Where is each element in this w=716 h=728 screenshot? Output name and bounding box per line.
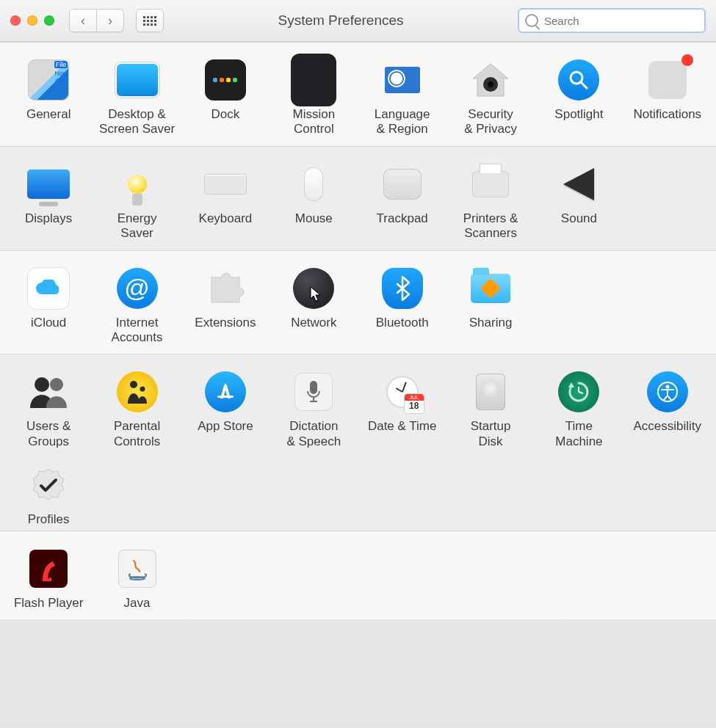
pref-label: iCloud <box>31 316 66 330</box>
flag-icon <box>380 57 425 103</box>
svg-point-7 <box>140 387 145 392</box>
trackpad-icon <box>380 161 425 207</box>
pref-label: Profiles <box>28 512 70 527</box>
pref-users-groups[interactable]: Users & Groups <box>4 369 93 449</box>
prefs-row-thirdparty: Flash Player Java <box>0 531 716 619</box>
pref-label: Energy Saver <box>117 211 157 241</box>
pref-label: Spotlight <box>554 107 603 122</box>
pref-label: Displays <box>25 211 72 226</box>
pref-mouse[interactable]: Mouse <box>270 161 358 241</box>
notification-badge <box>681 54 693 66</box>
pref-keyboard[interactable]: Keyboard <box>181 161 270 241</box>
house-lock-icon <box>468 57 513 103</box>
pref-label: Accessibility <box>634 419 702 434</box>
pref-bluetooth[interactable]: Bluetooth <box>358 266 446 346</box>
window-controls <box>10 15 54 26</box>
pref-label: Parental Controls <box>114 419 160 449</box>
pref-label: Flash Player <box>14 596 83 611</box>
pref-accessibility[interactable]: Accessibility <box>623 369 712 449</box>
chevron-left-icon: ‹ <box>81 14 85 27</box>
prefs-row-hardware: Displays Energy Saver Keyboard Mouse Tra… <box>0 146 716 250</box>
pref-dictation-speech[interactable]: Dictation & Speech <box>270 369 358 449</box>
pref-date-time[interactable]: JUL 18 Date & Time <box>358 369 446 449</box>
pref-label: Mouse <box>295 211 333 226</box>
pref-printers-scanners[interactable]: Printers & Scanners <box>446 161 535 241</box>
pref-notifications[interactable]: Notifications <box>623 57 712 137</box>
pref-language-region[interactable]: Language & Region <box>358 57 446 137</box>
pref-label: Sharing <box>469 316 513 330</box>
display-icon <box>26 161 71 207</box>
zoom-window-button[interactable] <box>44 15 54 26</box>
cursor-icon <box>310 286 322 302</box>
svg-point-16 <box>665 385 669 389</box>
svg-point-1 <box>488 81 493 87</box>
pref-general[interactable]: File New One General <box>4 57 93 137</box>
pref-label: Keyboard <box>199 211 253 226</box>
pref-label: Desktop & Screen Saver <box>99 107 175 137</box>
pref-internet-accounts[interactable]: @ Internet Accounts <box>93 266 181 346</box>
dock-icon <box>203 57 248 103</box>
mouse-icon <box>291 161 336 207</box>
pref-label: Network <box>291 316 336 330</box>
pref-profiles[interactable]: Profiles <box>4 462 93 527</box>
time-machine-icon <box>556 369 601 415</box>
pref-sound[interactable]: Sound <box>535 161 623 241</box>
mission-control-icon <box>291 57 336 103</box>
pref-sharing[interactable]: Sharing <box>446 266 535 346</box>
pref-label: Mission Control <box>293 107 336 137</box>
pref-label: Dock <box>211 107 240 122</box>
pref-extensions[interactable]: Extensions <box>181 266 270 346</box>
accessibility-icon <box>645 369 690 415</box>
pref-spotlight[interactable]: Spotlight <box>535 57 623 137</box>
microphone-icon <box>291 369 336 415</box>
back-button[interactable]: ‹ <box>69 9 97 32</box>
pref-app-store[interactable]: App Store <box>181 369 270 449</box>
pref-energy-saver[interactable]: Energy Saver <box>93 161 181 241</box>
pref-displays[interactable]: Displays <box>4 161 93 241</box>
spotlight-icon <box>556 57 601 103</box>
pref-startup-disk[interactable]: Startup Disk <box>446 369 535 449</box>
pref-parental-controls[interactable]: Parental Controls <box>93 369 181 449</box>
svg-point-4 <box>35 377 49 392</box>
show-all-button[interactable] <box>136 9 164 32</box>
pref-java[interactable]: Java <box>93 546 181 611</box>
nav-back-forward: ‹ › <box>69 9 124 32</box>
puzzle-icon <box>203 266 248 311</box>
globe-icon <box>291 266 336 311</box>
sharing-folder-icon <box>468 266 513 311</box>
pref-time-machine[interactable]: Time Machine <box>535 369 623 449</box>
notifications-icon <box>645 57 690 103</box>
pref-desktop-screensaver[interactable]: Desktop & Screen Saver <box>93 57 181 137</box>
grid-icon <box>143 16 156 26</box>
search-icon <box>525 14 538 27</box>
pref-icloud[interactable]: iCloud <box>4 266 93 346</box>
keyboard-icon <box>203 161 248 207</box>
users-icon <box>26 369 71 415</box>
lightbulb-icon <box>115 161 160 207</box>
minimize-window-button[interactable] <box>27 15 37 26</box>
pref-label: Printers & Scanners <box>463 211 518 241</box>
pref-trackpad[interactable]: Trackpad <box>358 161 446 241</box>
clock-calendar-icon: JUL 18 <box>380 369 425 415</box>
pref-security-privacy[interactable]: Security & Privacy <box>446 57 535 137</box>
close-window-button[interactable] <box>10 15 21 26</box>
pref-label: Language & Region <box>375 107 430 137</box>
at-sign-icon: @ <box>115 266 160 311</box>
flash-icon <box>26 546 71 592</box>
pref-flash-player[interactable]: Flash Player <box>4 546 93 611</box>
cloud-icon <box>26 266 71 311</box>
chevron-right-icon: › <box>108 14 112 27</box>
svg-line-3 <box>581 82 587 88</box>
pref-label: Extensions <box>195 316 256 330</box>
general-icon: File New One <box>26 57 71 103</box>
bluetooth-icon <box>380 266 425 311</box>
search-input[interactable] <box>543 14 698 28</box>
forward-button[interactable]: › <box>97 9 124 32</box>
pref-label: Bluetooth <box>376 316 429 330</box>
search-field[interactable] <box>518 8 706 33</box>
pref-label: Trackpad <box>377 211 428 226</box>
pref-mission-control[interactable]: Mission Control <box>270 57 358 137</box>
pref-dock[interactable]: Dock <box>181 57 270 137</box>
pref-network[interactable]: Network <box>270 266 358 346</box>
svg-rect-9 <box>310 381 317 394</box>
